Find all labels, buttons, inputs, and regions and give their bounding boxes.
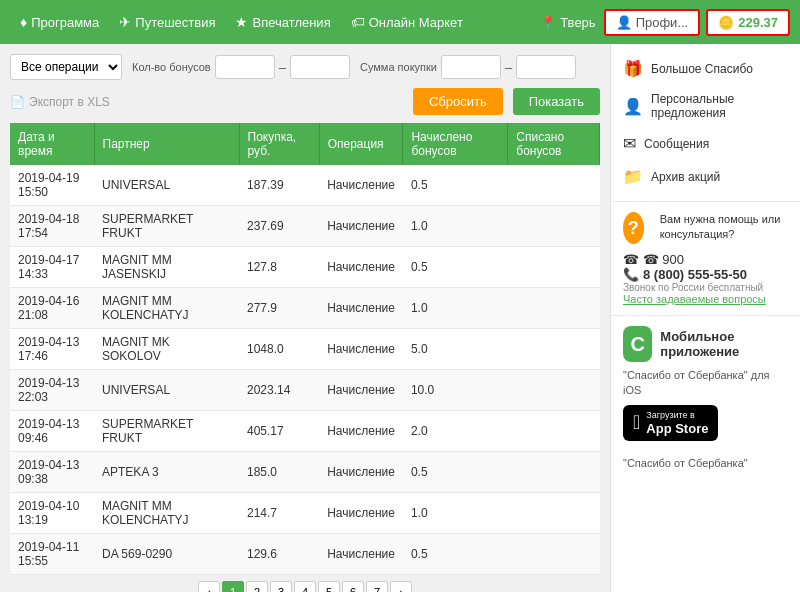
cell-debited — [508, 452, 600, 493]
help-phone-short: ☎ ☎ 900 — [623, 252, 788, 267]
operations-select[interactable]: Все операции — [10, 54, 122, 80]
col-operation: Операция — [319, 123, 403, 165]
nav-market[interactable]: 🏷 Онлайн Маркет — [341, 14, 473, 30]
prev-page-button[interactable]: ‹ — [198, 581, 220, 592]
sum-max-input[interactable] — [516, 55, 576, 79]
nav-programa[interactable]: ♦ Программа — [10, 14, 109, 30]
quantity-min-input[interactable] — [215, 55, 275, 79]
cell-credited: 1.0 — [403, 493, 508, 534]
star-icon: ★ — [235, 14, 248, 30]
help-free-text: Звонок по России бесплатный — [623, 282, 788, 293]
phone-icon: ☎ — [623, 252, 639, 267]
help-bubble-icon: ? — [623, 212, 644, 244]
apple-icon:  — [633, 411, 640, 434]
page-2-button[interactable]: 2 — [246, 581, 268, 592]
coin-icon: 🪙 — [718, 15, 734, 30]
top-nav: ♦ Программа ✈ Путешествия ★ Впечатления … — [0, 0, 800, 44]
page-4-button[interactable]: 4 — [294, 581, 316, 592]
cell-debited — [508, 206, 600, 247]
cell-partner: DA 569-0290 — [94, 534, 239, 575]
cell-credited: 1.0 — [403, 206, 508, 247]
page-6-button[interactable]: 6 — [342, 581, 364, 592]
cell-operation: Начисление — [319, 165, 403, 206]
table-row: 2019-04-16 21:08 MAGNIT MM KOLENCHATYJ 2… — [10, 288, 600, 329]
cell-amount: 1048.0 — [239, 329, 319, 370]
nav-impressions[interactable]: ★ Впечатления — [225, 14, 340, 30]
programa-icon: ♦ — [20, 14, 27, 30]
cell-amount: 2023.14 — [239, 370, 319, 411]
cell-credited: 0.5 — [403, 534, 508, 575]
app-header: С Мобильное приложение — [623, 326, 788, 362]
sidebar-item-bolshoe[interactable]: 🎁 Большое Спасибо — [611, 52, 800, 85]
cell-date: 2019-04-19 15:50 — [10, 165, 94, 206]
folder-icon: 📁 — [623, 167, 643, 186]
page-1-button[interactable]: 1 — [222, 581, 244, 592]
next-page-button[interactable]: › — [390, 581, 412, 592]
page-3-button[interactable]: 3 — [270, 581, 292, 592]
reset-button[interactable]: Сбросить — [413, 88, 503, 115]
cell-operation: Начисление — [319, 452, 403, 493]
help-phone-block: ☎ ☎ 900 📞 8 (800) 555-55-50 Звонок по Ро… — [623, 252, 788, 305]
filter-bar: Все операции Кол-во бонусов – Сумма поку… — [10, 54, 600, 80]
cell-date: 2019-04-11 15:55 — [10, 534, 94, 575]
page-5-button[interactable]: 5 — [318, 581, 340, 592]
cell-amount: 405.17 — [239, 411, 319, 452]
cell-credited: 0.5 — [403, 452, 508, 493]
app-title: Мобильное приложение — [660, 329, 788, 359]
cell-debited — [508, 329, 600, 370]
cell-date: 2019-04-13 09:38 — [10, 452, 94, 493]
operations-select-wrap: Все операции — [10, 54, 122, 80]
sidebar-item-messages[interactable]: ✉ Сообщения — [611, 127, 800, 160]
balance-display[interactable]: 🪙 229.37 — [706, 9, 790, 36]
cell-operation: Начисление — [319, 329, 403, 370]
quantity-range: Кол-во бонусов – — [132, 55, 350, 79]
cell-operation: Начисление — [319, 534, 403, 575]
sidebar-bottom-text: "Спасибо от Сбербанка" — [611, 451, 800, 475]
cell-operation: Начисление — [319, 247, 403, 288]
cell-date: 2019-04-13 17:46 — [10, 329, 94, 370]
cell-partner: APTEKA 3 — [94, 452, 239, 493]
page-7-button[interactable]: 7 — [366, 581, 388, 592]
app-description: "Спасибо от Сбербанка" для iOS — [623, 368, 788, 399]
cell-partner: SUPERMARKET FRUKT — [94, 411, 239, 452]
table-row: 2019-04-13 09:46 SUPERMARKET FRUKT 405.1… — [10, 411, 600, 452]
sidebar-item-personal[interactable]: 👤 Персональные предложения — [611, 85, 800, 127]
table-row: 2019-04-11 15:55 DA 569-0290 129.6 Начис… — [10, 534, 600, 575]
help-phone-main[interactable]: 📞 8 (800) 555-55-50 — [623, 267, 788, 282]
help-text: Вам нужна помощь или консультация? — [660, 212, 788, 243]
cell-amount: 214.7 — [239, 493, 319, 534]
cell-credited: 5.0 — [403, 329, 508, 370]
quantity-dash: – — [279, 60, 286, 75]
cell-credited: 10.0 — [403, 370, 508, 411]
cell-operation: Начисление — [319, 206, 403, 247]
profile-button[interactable]: 👤 Профи... — [604, 9, 701, 36]
cell-date: 2019-04-13 22:03 — [10, 370, 94, 411]
cell-partner: MAGNIT MK SOKOLOV — [94, 329, 239, 370]
appstore-button[interactable]:  Загрузите в App Store — [623, 405, 718, 441]
table-row: 2019-04-13 22:03 UNIVERSAL 2023.14 Начис… — [10, 370, 600, 411]
person2-icon: 👤 — [623, 97, 643, 116]
quantity-label: Кол-во бонусов — [132, 61, 211, 73]
nav-travel[interactable]: ✈ Путешествия — [109, 14, 225, 30]
travel-icon: ✈ — [119, 14, 131, 30]
market-icon: 🏷 — [351, 14, 365, 30]
show-button[interactable]: Показать — [513, 88, 600, 115]
table-row: 2019-04-17 14:33 MAGNIT MM JASENSKIJ 127… — [10, 247, 600, 288]
table-row: 2019-04-13 17:46 MAGNIT MK SOKOLOV 1048.… — [10, 329, 600, 370]
transactions-table: Дата и время Партнер Покупка, руб. Опера… — [10, 123, 600, 575]
cell-partner: UNIVERSAL — [94, 165, 239, 206]
cell-partner: SUPERMARKET FRUKT — [94, 206, 239, 247]
cell-debited — [508, 165, 600, 206]
cell-date: 2019-04-13 09:46 — [10, 411, 94, 452]
quantity-max-input[interactable] — [290, 55, 350, 79]
sum-min-input[interactable] — [441, 55, 501, 79]
phone2-icon: 📞 — [623, 267, 639, 282]
faq-link[interactable]: Часто задаваемые вопросы — [623, 293, 788, 305]
export-xls-button[interactable]: 📄 Экспорт в XLS — [10, 95, 110, 109]
cell-amount: 187.39 — [239, 165, 319, 206]
location-pin-icon: 📍 — [540, 15, 556, 30]
sidebar-item-archive[interactable]: 📁 Архив акций — [611, 160, 800, 193]
cell-credited: 1.0 — [403, 288, 508, 329]
cell-date: 2019-04-17 14:33 — [10, 247, 94, 288]
gift-icon: 🎁 — [623, 59, 643, 78]
